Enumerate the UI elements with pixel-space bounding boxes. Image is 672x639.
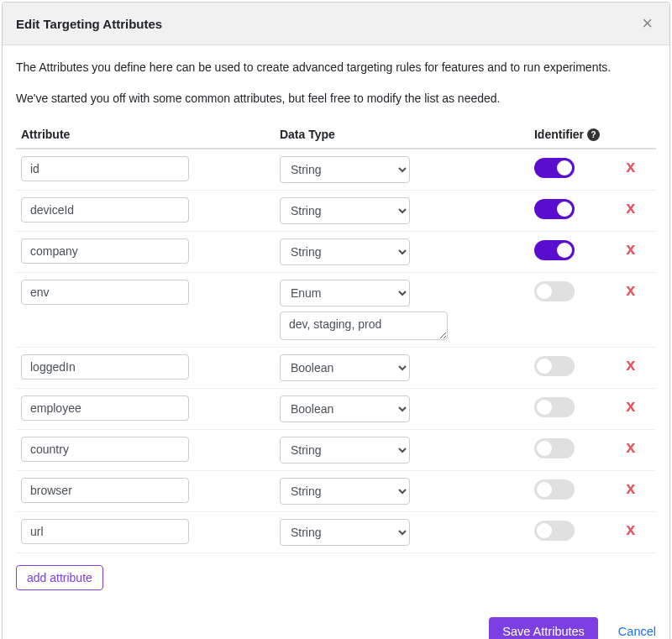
- identifier-toggle[interactable]: [534, 397, 575, 417]
- data-type-cell: StringEnumBooleanNumber: [280, 238, 534, 265]
- toggle-knob: [537, 523, 552, 538]
- enum-values-input[interactable]: [280, 312, 448, 340]
- attribute-name-cell: [21, 478, 280, 503]
- identifier-toggle[interactable]: [534, 158, 575, 178]
- attribute-name-cell: [21, 197, 280, 223]
- delete-row-button[interactable]: x: [626, 280, 635, 300]
- data-type-cell: StringEnumBooleanNumber: [280, 478, 534, 505]
- data-type-select[interactable]: StringEnumBooleanNumber: [280, 478, 410, 505]
- delete-row-button[interactable]: x: [626, 354, 635, 374]
- identifier-toggle[interactable]: [534, 356, 575, 376]
- identifier-cell: [534, 478, 626, 500]
- cancel-link[interactable]: Cancel: [618, 625, 656, 638]
- identifier-toggle[interactable]: [534, 240, 575, 260]
- data-type-cell: StringEnumBooleanNumber: [280, 156, 534, 183]
- attribute-name-input[interactable]: [21, 238, 189, 264]
- delete-cell: x: [626, 395, 651, 416]
- delete-cell: x: [626, 197, 651, 217]
- toggle-knob: [537, 359, 552, 374]
- header-attribute: Attribute: [21, 128, 280, 141]
- edit-targeting-modal: Edit Targeting Attributes × The Attribut…: [2, 2, 670, 639]
- attribute-name-cell: [21, 280, 280, 305]
- delete-row-button[interactable]: x: [626, 156, 635, 176]
- header-identifier: Identifier ?: [534, 128, 626, 141]
- header-delete: [626, 128, 651, 141]
- data-type-select[interactable]: StringEnumBooleanNumber: [280, 354, 410, 381]
- table-row: StringEnumBooleanNumberx: [16, 232, 656, 273]
- attribute-name-cell: [21, 519, 280, 544]
- data-type-cell: StringEnumBooleanNumber: [280, 519, 534, 546]
- data-type-select[interactable]: StringEnumBooleanNumber: [280, 280, 410, 306]
- identifier-cell: [534, 238, 626, 260]
- delete-row-button[interactable]: x: [626, 197, 635, 217]
- identifier-toggle[interactable]: [534, 479, 575, 500]
- toggle-knob: [557, 243, 572, 258]
- toggle-knob: [537, 400, 552, 415]
- modal-body: The Attributes you define here can be us…: [3, 45, 669, 604]
- save-attributes-button[interactable]: Save Attributes: [489, 617, 598, 639]
- header-identifier-label: Identifier: [534, 128, 584, 141]
- identifier-cell: [534, 437, 626, 458]
- data-type-select[interactable]: StringEnumBooleanNumber: [280, 395, 410, 422]
- close-button[interactable]: ×: [638, 14, 656, 33]
- attribute-name-input[interactable]: [21, 280, 189, 305]
- intro-text-1: The Attributes you define here can be us…: [16, 59, 656, 76]
- identifier-cell: [534, 519, 626, 541]
- modal-title: Edit Targeting Attributes: [16, 17, 162, 31]
- identifier-toggle[interactable]: [534, 199, 575, 219]
- table-row: StringEnumBooleanNumberx: [16, 149, 656, 191]
- data-type-select[interactable]: StringEnumBooleanNumber: [280, 519, 410, 546]
- table-header-row: Attribute Data Type Identifier ?: [16, 121, 656, 149]
- delete-row-button[interactable]: x: [626, 478, 635, 498]
- attribute-name-input[interactable]: [21, 156, 189, 181]
- toggle-knob: [557, 160, 572, 175]
- identifier-toggle[interactable]: [534, 281, 575, 301]
- delete-cell: x: [626, 280, 651, 300]
- modal-header: Edit Targeting Attributes ×: [3, 3, 669, 45]
- toggle-knob: [537, 482, 552, 497]
- header-data-type: Data Type: [280, 128, 534, 141]
- attribute-name-cell: [21, 395, 280, 421]
- delete-cell: x: [626, 156, 651, 176]
- table-row: StringEnumBooleanNumberx: [16, 273, 656, 348]
- data-type-select[interactable]: StringEnumBooleanNumber: [280, 238, 410, 265]
- data-type-select[interactable]: StringEnumBooleanNumber: [280, 437, 410, 464]
- table-row: StringEnumBooleanNumberx: [16, 512, 656, 553]
- add-attribute-button[interactable]: add attribute: [16, 565, 103, 590]
- attribute-name-cell: [21, 354, 280, 380]
- attribute-name-cell: [21, 156, 280, 181]
- data-type-cell: StringEnumBooleanNumber: [280, 197, 534, 224]
- intro-text-2: We've started you off with some common a…: [16, 90, 656, 107]
- toggle-knob: [557, 202, 572, 217]
- data-type-cell: StringEnumBooleanNumber: [280, 280, 534, 340]
- data-type-select[interactable]: StringEnumBooleanNumber: [280, 156, 410, 183]
- delete-cell: x: [626, 519, 651, 539]
- delete-row-button[interactable]: x: [626, 519, 635, 539]
- attribute-name-input[interactable]: [21, 197, 189, 223]
- attribute-name-input[interactable]: [21, 395, 189, 421]
- table-row: StringEnumBooleanNumberx: [16, 348, 656, 389]
- data-type-cell: StringEnumBooleanNumber: [280, 354, 534, 381]
- delete-row-button[interactable]: x: [626, 437, 635, 457]
- attribute-name-input[interactable]: [21, 437, 189, 462]
- attribute-name-input[interactable]: [21, 478, 189, 503]
- delete-cell: x: [626, 238, 651, 259]
- identifier-toggle[interactable]: [534, 438, 575, 458]
- table-row: StringEnumBooleanNumberx: [16, 389, 656, 430]
- identifier-toggle[interactable]: [534, 521, 575, 541]
- data-type-select[interactable]: StringEnumBooleanNumber: [280, 197, 410, 224]
- data-type-cell: StringEnumBooleanNumber: [280, 437, 534, 464]
- attribute-name-cell: [21, 437, 280, 462]
- delete-row-button[interactable]: x: [626, 395, 635, 416]
- table-row: StringEnumBooleanNumberx: [16, 191, 656, 232]
- identifier-cell: [534, 156, 626, 178]
- attributes-table: Attribute Data Type Identifier ? StringE…: [16, 121, 656, 553]
- data-type-cell: StringEnumBooleanNumber: [280, 395, 534, 422]
- identifier-cell: [534, 395, 626, 417]
- delete-row-button[interactable]: x: [626, 238, 635, 259]
- attribute-name-input[interactable]: [21, 519, 189, 544]
- help-icon[interactable]: ?: [587, 128, 600, 141]
- attribute-name-input[interactable]: [21, 354, 189, 380]
- modal-footer: Save Attributes Cancel: [3, 604, 669, 639]
- table-row: StringEnumBooleanNumberx: [16, 430, 656, 471]
